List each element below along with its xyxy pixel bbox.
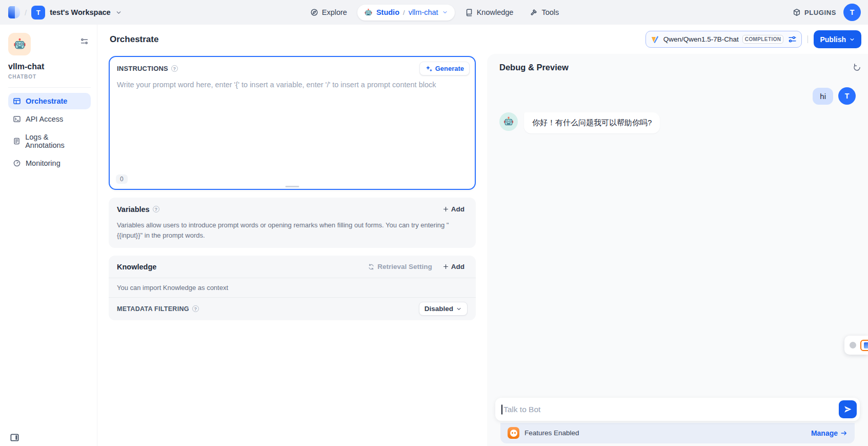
- sidebar-item-label: Logs & Annotations: [25, 133, 86, 149]
- sparkles-icon: [425, 65, 433, 72]
- publish-button[interactable]: Publish: [814, 30, 861, 48]
- sidebar-item-orchestrate[interactable]: Orchestrate: [8, 93, 91, 109]
- nav-tools[interactable]: Tools: [523, 5, 565, 20]
- navbar-left: T test's Workspace: [8, 6, 304, 20]
- orchestrate-config: INSTRUCTIONS Generate 0: [97, 54, 487, 446]
- knowledge-title: Knowledge: [117, 263, 156, 271]
- compass-icon: [310, 8, 318, 16]
- chat-thread: hi T 你好！有什么问题我可以帮助你吗?: [499, 87, 856, 133]
- restart-conversation-button[interactable]: [852, 62, 862, 73]
- metadata-filtering-row: METADATA FILTERING Disabled: [109, 298, 476, 320]
- manage-features-link[interactable]: Manage: [811, 429, 847, 437]
- sliders-icon: [80, 37, 89, 46]
- knowledge-description: You can import Knowledge as context: [109, 278, 476, 298]
- app-icon[interactable]: [8, 33, 31, 55]
- nav-knowledge[interactable]: Knowledge: [459, 5, 520, 20]
- metadata-filtering-value: Disabled: [425, 305, 453, 313]
- add-variable-label: Add: [451, 205, 465, 213]
- metadata-filtering-select[interactable]: Disabled: [419, 302, 468, 316]
- sidebar-item-label: API Access: [26, 115, 63, 123]
- nav-explore[interactable]: Explore: [304, 5, 353, 20]
- nav-knowledge-label: Knowledge: [477, 8, 514, 16]
- header-actions: Qwen/Qwen1.5-7B-Chat COMPLETION Publish: [645, 30, 861, 48]
- sidebar-item-logs-annotations[interactable]: Logs & Annotations: [8, 129, 91, 153]
- drag-dot-icon: [850, 342, 856, 348]
- app-settings-button[interactable]: [80, 37, 89, 46]
- nav-explore-label: Explore: [322, 8, 347, 16]
- navbar-center: Explore Studio vllm-chat Knowledge Tools: [304, 5, 566, 21]
- chevron-down-icon[interactable]: [115, 9, 122, 16]
- retrieval-setting-label: Retrieval Setting: [377, 263, 432, 270]
- knowledge-panel: Knowledge Retrieval Setting Add: [109, 256, 476, 320]
- knowledge-title-row: Knowledge: [117, 263, 156, 271]
- features-icon: [508, 427, 519, 439]
- resize-handle[interactable]: [286, 186, 299, 187]
- variables-panel: Variables Add Variables allow users to i…: [109, 198, 476, 248]
- nav-studio[interactable]: Studio vllm-chat: [357, 5, 455, 21]
- dify-logo[interactable]: [8, 6, 20, 18]
- add-variable-button[interactable]: Add: [439, 203, 468, 215]
- sidebar-item-label: Orchestrate: [26, 97, 67, 105]
- hammer-icon: [530, 8, 538, 16]
- chevron-down-icon: [849, 36, 855, 43]
- workspace-avatar[interactable]: T: [31, 6, 45, 20]
- sidebar-item-label: Monitoring: [26, 159, 60, 167]
- chevron-down-icon[interactable]: [442, 9, 448, 15]
- sliders-icon: [788, 35, 797, 44]
- retrieval-setting-button[interactable]: Retrieval Setting: [368, 263, 432, 270]
- publish-label: Publish: [820, 35, 846, 44]
- manage-label: Manage: [811, 429, 838, 437]
- debug-preview-panel: Debug & Preview hi T: [487, 54, 868, 446]
- collapse-sidebar-button[interactable]: [10, 433, 19, 442]
- workspace-name[interactable]: test's Workspace: [50, 8, 110, 16]
- page-title: Orchestrate: [110, 34, 158, 45]
- chat-input[interactable]: [501, 405, 839, 414]
- features-enabled-label: Features Enabled: [524, 429, 579, 437]
- send-icon: [843, 405, 852, 414]
- bot-message-bubble: 你好！有什么问题我可以帮助你吗?: [524, 112, 660, 133]
- sidebar-item-monitoring[interactable]: Monitoring: [8, 155, 91, 171]
- studio-app-separator: [403, 9, 405, 16]
- main-header: Orchestrate Qwen/Qwen1.5-7B-Chat COMPLET…: [97, 25, 868, 54]
- retrieval-setting-icon: [368, 263, 375, 270]
- char-counter: 0: [116, 174, 128, 184]
- user-avatar[interactable]: T: [843, 4, 861, 21]
- knowledge-actions: Retrieval Setting Add: [368, 261, 468, 273]
- model-selector[interactable]: Qwen/Qwen1.5-7B-Chat COMPLETION: [645, 31, 802, 48]
- help-icon[interactable]: [171, 65, 178, 72]
- robot-icon: [503, 116, 514, 127]
- plus-icon: [442, 263, 449, 270]
- sidebar-item-api-access[interactable]: API Access: [8, 111, 91, 127]
- plugins-label: PLUGINS: [804, 9, 836, 16]
- model-mode-badge: COMPLETION: [742, 35, 784, 44]
- app-body: vllm-chat CHATBOT Orchestrate API Access…: [0, 25, 868, 446]
- help-icon[interactable]: [192, 305, 199, 312]
- sidebar-menu: Orchestrate API Access Logs & Annotation…: [8, 93, 91, 171]
- robot-icon: [364, 8, 373, 17]
- instructions-header: INSTRUCTIONS Generate: [110, 57, 475, 78]
- gauge-icon: [13, 159, 21, 167]
- model-config-button[interactable]: [788, 35, 797, 44]
- add-knowledge-button[interactable]: Add: [439, 261, 468, 273]
- package-icon: [793, 8, 801, 16]
- plugins-button[interactable]: PLUGINS: [793, 8, 836, 16]
- generate-button[interactable]: Generate: [419, 62, 470, 75]
- dify-mini-logo-icon: [860, 340, 868, 351]
- nav-tools-label: Tools: [541, 8, 559, 16]
- send-button[interactable]: [839, 400, 857, 418]
- instructions-title-row: INSTRUCTIONS: [117, 65, 178, 72]
- robot-icon: [13, 37, 27, 51]
- features-status: Features Enabled: [508, 427, 579, 439]
- app-type-badge: CHATBOT: [8, 74, 91, 80]
- chat-input-card: [495, 398, 860, 421]
- panel-right-icon: [10, 433, 19, 442]
- bot-chat-avatar: [499, 112, 518, 131]
- floating-widget[interactable]: [844, 336, 868, 355]
- instructions-panel: INSTRUCTIONS Generate 0: [109, 56, 476, 190]
- content-area: INSTRUCTIONS Generate 0: [97, 54, 868, 446]
- instructions-input[interactable]: [110, 78, 475, 174]
- features-bar: Features Enabled Manage: [500, 423, 855, 443]
- help-icon[interactable]: [153, 206, 159, 212]
- nav-studio-app-name: vllm-chat: [409, 8, 438, 16]
- app-sidebar: vllm-chat CHATBOT Orchestrate API Access…: [0, 25, 97, 446]
